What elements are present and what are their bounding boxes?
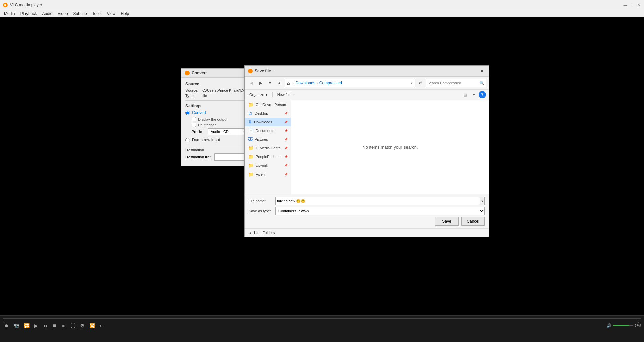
- breadcrumb-separator-2: ›: [317, 81, 318, 85]
- pictures-pin-icon: 📌: [284, 138, 288, 141]
- left-item-documents[interactable]: 📄 Documents 📌: [245, 126, 291, 135]
- filename-input[interactable]: [275, 197, 480, 205]
- save-footer: File name: ▾ Save as type: Containers (*…: [245, 194, 489, 228]
- convert-radio[interactable]: [185, 111, 190, 115]
- profile-select[interactable]: Audio - CD: [208, 128, 248, 135]
- source-label: Source:: [185, 88, 202, 92]
- breadcrumb-bar: ⌂ › Downloads › Compressed ▾: [285, 79, 415, 87]
- progress-bar[interactable]: [3, 318, 641, 319]
- menu-help[interactable]: Help: [118, 11, 132, 17]
- convert-radio-label: Convert: [192, 110, 206, 115]
- menu-tools[interactable]: Tools: [90, 11, 104, 17]
- savetype-select[interactable]: Containers (*.wav): [275, 207, 485, 215]
- close-button[interactable]: ✕: [636, 2, 641, 8]
- back-button[interactable]: ◀: [247, 79, 255, 87]
- left-item-media-center[interactable]: 📁 1. Media Cente 📌: [245, 144, 291, 152]
- peopleper-pin-icon: 📌: [284, 155, 288, 158]
- menu-playback[interactable]: Playback: [18, 11, 40, 17]
- view-list-button[interactable]: ▤: [461, 91, 469, 98]
- documents-icon: 📄: [248, 128, 254, 133]
- dump-raw-radio[interactable]: [185, 138, 190, 142]
- hide-folders-row[interactable]: ▲ Hide Folders: [245, 228, 489, 237]
- fullscreen-button[interactable]: ⛶: [69, 322, 77, 329]
- source-path: C:\Users\Prince Khalid\Dow: [202, 88, 248, 92]
- menu-subtitle[interactable]: Subtitle: [71, 11, 90, 17]
- menu-video[interactable]: Video: [55, 11, 70, 17]
- downloads-label: Downloads: [254, 120, 272, 124]
- search-icon-button[interactable]: 🔍: [479, 81, 484, 85]
- time-remaining: --:--: [636, 320, 641, 323]
- right-panel: No items match your search.: [291, 100, 489, 194]
- documents-label: Documents: [256, 129, 274, 133]
- left-item-peopleper[interactable]: 📁 PeoplePerHour 📌: [245, 152, 291, 161]
- savetype-label: Save as type:: [249, 209, 275, 213]
- save-dialog-close-button[interactable]: ✕: [479, 68, 485, 74]
- recent-locations-button[interactable]: ▾: [266, 79, 274, 87]
- left-item-upwork[interactable]: 📁 Upwork 📌: [245, 161, 291, 170]
- stop-button[interactable]: ⏹: [51, 322, 58, 329]
- downloads-pin-icon: 📌: [284, 121, 288, 124]
- peopleper-icon: 📁: [248, 154, 254, 159]
- pictures-icon: 🖼: [248, 137, 253, 142]
- media-center-pin-icon: 📌: [284, 147, 288, 150]
- desktop-icon: 🖥: [248, 111, 253, 116]
- organize-dropdown-icon: ▾: [266, 93, 268, 97]
- media-center-icon: 📁: [248, 145, 254, 151]
- breadcrumb-compressed[interactable]: Compressed: [319, 81, 342, 85]
- upwork-label: Upwork: [256, 163, 268, 167]
- downloads-icon: ⬇: [248, 119, 252, 125]
- dump-raw-label: Dump raw input: [192, 138, 220, 142]
- maximize-button[interactable]: □: [629, 2, 635, 8]
- left-item-onedrive[interactable]: 📁 OneDrive - Person: [245, 100, 291, 109]
- shuffle-button[interactable]: 🔀: [88, 322, 96, 329]
- save-dialog-title: Save file...: [255, 69, 274, 73]
- ext-button[interactable]: ⚙: [79, 322, 86, 329]
- vlc-app-icon: [3, 2, 8, 8]
- upwork-icon: 📁: [248, 163, 254, 168]
- search-input[interactable]: [427, 81, 479, 85]
- dest-file-label: Destination file:: [185, 155, 212, 159]
- snapshot-button[interactable]: 📷: [12, 322, 20, 329]
- left-item-fiverr[interactable]: 📁 Fiverr 📌: [245, 170, 291, 179]
- menu-audio[interactable]: Audio: [39, 11, 55, 17]
- menu-view[interactable]: View: [104, 11, 118, 17]
- breadcrumb-downloads[interactable]: Downloads: [295, 81, 315, 85]
- left-panel: 📁 OneDrive - Person 🖥 Desktop 📌 ⬇ Downlo…: [245, 100, 291, 194]
- left-item-desktop[interactable]: 🖥 Desktop 📌: [245, 109, 291, 118]
- onedrive-label: OneDrive - Person: [256, 102, 286, 107]
- display-output-label: Display the output: [198, 117, 227, 121]
- time-elapsed: -:-: [3, 320, 6, 323]
- breadcrumb-dropdown[interactable]: ▾: [411, 81, 413, 85]
- type-value: file: [202, 94, 207, 98]
- record-button[interactable]: ⏺: [3, 322, 10, 329]
- upwork-pin-icon: 📌: [284, 164, 288, 167]
- filename-dropdown-button[interactable]: ▾: [480, 197, 485, 205]
- next-button[interactable]: ⏭: [60, 322, 67, 329]
- control-buttons: ⏺ 📷 🔁 ▶ ⏮ ⏹ ⏭ ⛶ ⚙ 🔀 ↩ 🔊 78%: [0, 321, 644, 330]
- up-button[interactable]: ▲: [275, 79, 283, 87]
- save-dialog-titlebar: Save file... ✕: [245, 66, 489, 77]
- forward-button[interactable]: ▶: [257, 79, 265, 87]
- cancel-button[interactable]: Cancel: [461, 217, 485, 226]
- save-dialog-body: 📁 OneDrive - Person 🖥 Desktop 📌 ⬇ Downlo…: [245, 100, 489, 194]
- repeat-button[interactable]: ↩: [98, 322, 105, 329]
- display-output-check[interactable]: [192, 117, 196, 121]
- savetype-row: Save as type: Containers (*.wav): [249, 207, 485, 215]
- loop-button[interactable]: 🔁: [22, 322, 31, 329]
- save-button[interactable]: Save: [435, 217, 459, 226]
- menu-media[interactable]: Media: [1, 11, 18, 17]
- deinterlace-check[interactable]: [192, 123, 196, 127]
- onedrive-icon: 📁: [248, 102, 254, 107]
- volume-bar[interactable]: [613, 325, 633, 326]
- prev-button[interactable]: ⏮: [41, 322, 49, 329]
- left-item-downloads[interactable]: ⬇ Downloads 📌: [245, 118, 291, 126]
- hide-folders-label: Hide Folders: [254, 231, 275, 235]
- minimize-button[interactable]: —: [623, 2, 628, 8]
- refresh-button[interactable]: ↺: [416, 79, 424, 87]
- play-button[interactable]: ▶: [33, 322, 39, 329]
- view-options-button[interactable]: ▾: [470, 91, 478, 98]
- organize-button[interactable]: Organize ▾: [247, 92, 270, 98]
- left-item-pictures[interactable]: 🖼 Pictures 📌: [245, 135, 291, 144]
- new-folder-button[interactable]: New folder: [275, 92, 297, 98]
- help-button[interactable]: ?: [479, 91, 486, 98]
